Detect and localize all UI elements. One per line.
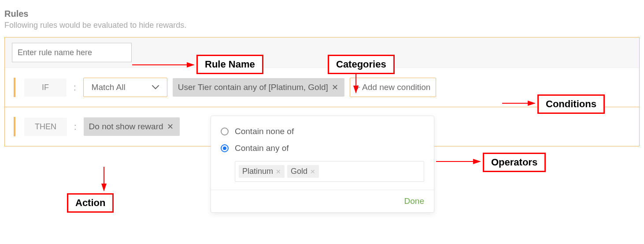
action-chip[interactable]: Do not show reward ✕ <box>84 117 180 136</box>
if-keyword: IF <box>24 79 67 97</box>
close-icon[interactable]: ✕ <box>276 168 281 175</box>
rule-header-row <box>5 38 639 68</box>
then-keyword: THEN <box>24 118 67 136</box>
match-mode-select[interactable]: Match All <box>83 78 167 97</box>
operator-popover: Contain none of Contain any of Platinum … <box>211 116 434 213</box>
tag-label: Platinum <box>242 167 273 176</box>
tag-platinum[interactable]: Platinum ✕ <box>239 165 285 178</box>
add-condition-label: + Add new condition <box>355 83 431 92</box>
radio-unchecked-icon[interactable] <box>221 128 229 135</box>
close-icon[interactable]: ✕ <box>310 168 315 175</box>
option-contain-any[interactable]: Contain any of <box>211 140 434 157</box>
callout-conditions: Conditions <box>537 94 605 114</box>
condition-chip-label: User Tier contain any of [Platinum, Gold… <box>178 83 328 92</box>
popover-footer: Done <box>211 190 434 212</box>
callout-rule-name: Rule Name <box>196 55 263 74</box>
callout-categories: Categories <box>328 55 395 74</box>
close-icon[interactable]: ✕ <box>166 122 174 131</box>
page-title: Rules <box>4 9 640 19</box>
done-button[interactable]: Done <box>404 196 424 206</box>
colon: : <box>74 122 77 132</box>
action-chip-label: Do not show reward <box>89 122 163 131</box>
radio-checked-icon[interactable] <box>221 144 229 152</box>
close-icon[interactable]: ✕ <box>331 83 339 92</box>
option-label: Contain any of <box>235 143 289 153</box>
row-accent <box>14 78 15 97</box>
tag-gold[interactable]: Gold ✕ <box>287 165 319 178</box>
rule-name-input[interactable] <box>12 43 132 62</box>
add-condition-button[interactable]: + Add new condition <box>350 78 437 97</box>
condition-chip[interactable]: User Tier contain any of [Platinum, Gold… <box>173 78 344 97</box>
colon: : <box>74 83 76 93</box>
callout-operators: Operators <box>483 153 546 172</box>
option-label: Contain none of <box>235 127 294 136</box>
callout-action: Action <box>67 193 114 213</box>
option-contain-none[interactable]: Contain none of <box>211 123 434 140</box>
chevron-down-icon <box>152 85 159 90</box>
tag-label: Gold <box>291 167 307 176</box>
match-mode-label: Match All <box>92 83 126 92</box>
page-subtitle: Following rules would be evaluated to hi… <box>4 21 640 30</box>
row-accent <box>14 117 15 136</box>
tags-input[interactable]: Platinum ✕ Gold ✕ <box>235 161 424 182</box>
